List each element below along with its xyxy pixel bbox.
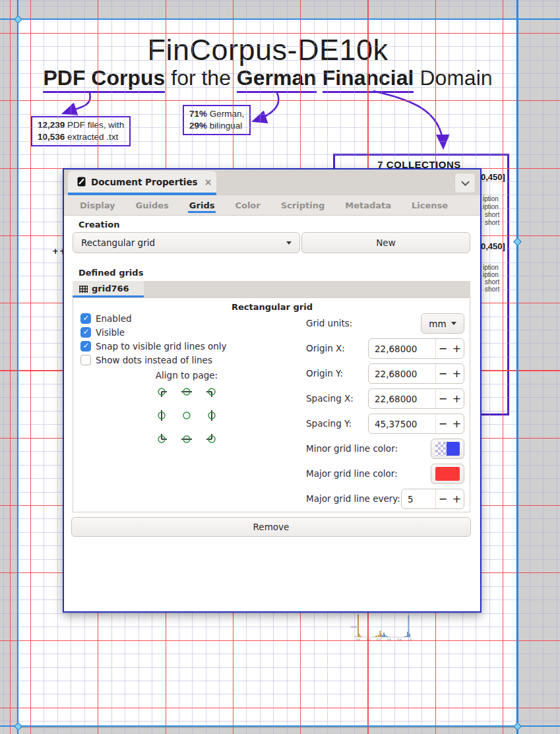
vertical-guide-left[interactable] (17, 0, 18, 734)
checkbox[interactable] (80, 355, 91, 365)
align-to-page-button[interactable] (181, 433, 193, 445)
checkbox-row-visible[interactable]: Visible (80, 327, 125, 338)
arrow-german (255, 93, 278, 121)
arrow-financial (373, 91, 443, 146)
grid-icon (79, 284, 88, 293)
canvas-text-fragment: short (485, 211, 499, 218)
language-ratio-histogram: 0.00.20.40.60.81.0 01000 (344, 611, 413, 641)
minor-grid-color-label: Minor grid line color: (306, 439, 398, 459)
canvas-text-fragment: iption (483, 264, 499, 271)
tab-scripting[interactable]: Scripting (280, 197, 326, 213)
align-to-page-button[interactable] (156, 410, 168, 421)
tab-color[interactable]: Color (233, 197, 261, 213)
align-to-page-button[interactable] (206, 433, 218, 445)
dialog-title: Document Properties (91, 177, 198, 187)
decrement-button[interactable]: − (435, 414, 450, 433)
document-properties-icon (77, 177, 86, 187)
histogram-bars (358, 615, 410, 637)
decrement-button[interactable]: − (435, 389, 450, 408)
canvas-text-fragment: 0,450] (481, 241, 505, 251)
grid-units-value: mm (429, 319, 446, 329)
origin-x-field[interactable]: 22,68000 − + (368, 338, 464, 359)
rectangular-grid-panel: Rectangular grid Enabled Visible Snap to… (73, 297, 470, 512)
arrow-pdf-corpus (65, 93, 90, 113)
grid766-tab[interactable]: grid766 (73, 281, 144, 295)
histogram-x-ticks: 0.00.20.40.60.81.0 (356, 638, 412, 641)
horizontal-guide-bottom[interactable] (0, 725, 560, 727)
svg-text:0.8: 0.8 (397, 638, 402, 641)
tab-license[interactable]: License (410, 197, 449, 213)
checkbox[interactable] (80, 327, 91, 338)
minor-color-swatch (435, 442, 460, 456)
minor-grid-color-button[interactable] (431, 439, 464, 459)
histogram-y-ticks: 01000 (350, 625, 357, 638)
chevron-down-icon (286, 241, 292, 245)
decrement-button[interactable]: − (435, 364, 450, 383)
spacing-x-label: Spacing X: (306, 388, 354, 409)
align-to-page-button[interactable] (181, 410, 193, 421)
svg-text:0.6: 0.6 (387, 638, 392, 641)
increment-button[interactable]: + (450, 414, 464, 433)
major-color-swatch (435, 467, 460, 481)
tab-grids[interactable]: Grids (188, 197, 216, 213)
tab-guides[interactable]: Guides (135, 197, 170, 213)
checkbox[interactable] (80, 313, 91, 324)
canvas-text-fragment: short (485, 286, 499, 293)
major-grid-every-label: Major grid line every: (306, 489, 400, 509)
checkbox-row-enabled[interactable]: Enabled (80, 313, 132, 324)
tab-metadata[interactable]: Metadata (344, 197, 392, 213)
align-to-page-button[interactable] (156, 386, 168, 398)
canvas-text-fragment: short (485, 219, 499, 226)
origin-y-field[interactable]: 22,68000 − + (368, 363, 464, 384)
grid766-tab-label: grid766 (92, 284, 129, 293)
defined-grids-section-label: Defined grids (78, 268, 143, 278)
checkbox-row-snap-visible[interactable]: Snap to visible grid lines only (80, 341, 227, 352)
increment-button[interactable]: + (450, 489, 464, 508)
document-properties-dialog: Document Properties × Display Guides Gri… (63, 168, 482, 613)
grid-units-dropdown[interactable]: mm (421, 313, 464, 334)
tab-display[interactable]: Display (78, 197, 117, 213)
creation-section-label: Creation (78, 220, 119, 229)
major-grid-color-button[interactable] (431, 464, 464, 484)
horizontal-guide-top[interactable] (0, 18, 560, 20)
dialog-tabbar: Display Guides Grids Color Scripting Met… (64, 195, 480, 216)
checkbox-row-show-dots[interactable]: Show dots instead of lines (80, 355, 212, 365)
remove-grid-button[interactable]: Remove (71, 517, 471, 537)
canvas-text-fragment: iption (483, 271, 499, 278)
inkscape-canvas-screenshot: { "canvas": { "outside_color": "#d0cfd0"… (0, 0, 560, 734)
major-grid-color-label: Major grid line color: (306, 464, 398, 484)
alpha-checkerboard (435, 442, 447, 456)
grid-units-label: Grid units: (306, 313, 352, 334)
major-grid-every-field[interactable]: 5 − + (401, 489, 464, 509)
decrement-button[interactable]: − (435, 489, 450, 508)
align-to-page-button[interactable] (206, 410, 218, 421)
origin-x-label: Origin X: (306, 338, 345, 359)
align-to-page-button[interactable] (156, 433, 168, 445)
increment-button[interactable]: + (450, 339, 464, 358)
chevron-down-icon (460, 179, 470, 187)
page-shadow (19, 727, 519, 728)
grid-type-value: Rectangular grid (81, 237, 155, 248)
spacing-y-field[interactable]: 45,37500 − + (368, 413, 464, 434)
svg-text:1.0: 1.0 (408, 638, 412, 641)
close-icon[interactable]: × (204, 177, 212, 187)
align-to-page-button[interactable] (181, 386, 193, 398)
align-to-page-button[interactable] (206, 386, 218, 398)
chevron-down-icon (451, 322, 456, 325)
dialog-tab[interactable]: Document Properties × (68, 171, 216, 193)
canvas-text-fragment: short (485, 278, 499, 286)
dialog-collapse-button[interactable] (454, 173, 476, 193)
increment-button[interactable]: + (450, 364, 464, 383)
spacing-x-field[interactable]: 22,68000 − + (368, 388, 464, 409)
increment-button[interactable]: + (450, 389, 464, 408)
spacing-y-label: Spacing Y: (306, 413, 352, 434)
origin-y-label: Origin Y: (306, 363, 343, 384)
panel-heading: Rectangular grid (73, 302, 471, 312)
decrement-button[interactable]: − (435, 339, 450, 358)
vertical-guide-right[interactable] (516, 0, 518, 734)
checkbox[interactable] (80, 341, 91, 352)
new-grid-button[interactable]: New (301, 232, 470, 253)
svg-text:1000: 1000 (350, 625, 357, 628)
grid-type-dropdown[interactable]: Rectangular grid (73, 232, 300, 253)
svg-text:0.4: 0.4 (377, 638, 381, 641)
